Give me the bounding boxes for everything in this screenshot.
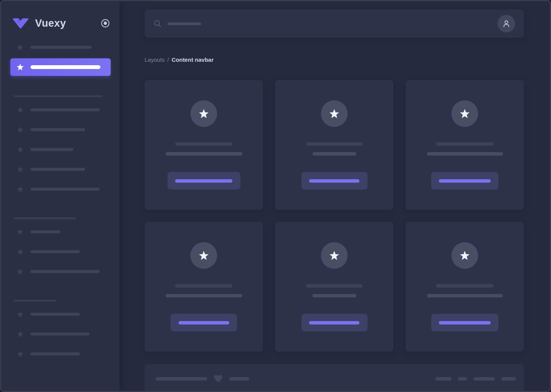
card-title-placeholder [306, 142, 362, 146]
star-icon [16, 330, 24, 338]
footer-links-group [435, 377, 516, 381]
star-icon [16, 350, 24, 358]
menu-label-placeholder [31, 108, 100, 111]
vuexy-v-logo-icon [12, 17, 29, 29]
sidebar-item-row [1, 57, 119, 77]
card-title-placeholder [175, 142, 232, 146]
page-title: Content navbar [172, 56, 214, 63]
star-icon [198, 250, 209, 261]
star-icon [16, 63, 24, 71]
menu-label-placeholder [31, 230, 60, 233]
card-avatar-circle [451, 100, 478, 127]
star-icon [16, 248, 24, 255]
menu-pin-radio-icon[interactable] [100, 18, 110, 28]
menu-label-placeholder [31, 188, 100, 191]
button-label-placeholder [179, 321, 229, 325]
search-placeholder-bar [168, 22, 201, 25]
menu-label-placeholder [31, 333, 89, 336]
card [275, 222, 393, 352]
star-icon [16, 126, 24, 133]
app-title: Vuexy [35, 18, 100, 29]
card-grid [145, 80, 524, 352]
menu-label-placeholder [31, 270, 100, 273]
footer-left-group [156, 374, 249, 383]
footer-text-placeholder [156, 377, 207, 381]
button-label-placeholder [309, 179, 359, 183]
search-input[interactable] [153, 19, 498, 28]
star-icon [16, 268, 24, 275]
heart-icon [213, 374, 223, 383]
card-avatar-circle [321, 100, 348, 127]
user-avatar-button[interactable] [498, 15, 515, 32]
person-icon [502, 19, 511, 28]
sidebar-item[interactable] [1, 242, 119, 262]
star-icon [16, 165, 24, 173]
button-label-placeholder [439, 321, 491, 325]
star-icon [16, 146, 24, 153]
app-window: Vuexy [0, 0, 551, 392]
menu-label-placeholder [31, 352, 80, 355]
sidebar-item[interactable] [1, 324, 119, 344]
footer-link-placeholder [501, 377, 516, 381]
menu-label-placeholder [31, 148, 73, 151]
breadcrumb-parent[interactable]: Layouts [145, 56, 165, 63]
menu-label-placeholder [31, 168, 85, 171]
card-button[interactable] [168, 172, 240, 190]
logo-row: Vuexy [1, 13, 119, 34]
sidebar-item[interactable] [1, 120, 119, 140]
button-label-placeholder [439, 179, 491, 183]
menu-label-placeholder [31, 313, 80, 316]
sidebar-item[interactable] [1, 344, 119, 364]
footer-link-placeholder [458, 377, 467, 381]
sidebar-item[interactable] [1, 262, 119, 281]
card [145, 80, 263, 210]
star-icon [16, 106, 24, 114]
sidebar-menu [1, 37, 119, 364]
card-text-placeholder [313, 152, 356, 156]
card-button[interactable] [431, 172, 498, 190]
star-icon [459, 108, 470, 119]
sidebar: Vuexy [1, 1, 119, 391]
footer-card [145, 364, 524, 392]
card-avatar-circle [451, 242, 478, 269]
card [145, 222, 263, 352]
card-avatar-circle [321, 242, 348, 269]
card-title-placeholder [175, 284, 232, 288]
sidebar-item[interactable] [1, 100, 119, 120]
button-label-placeholder [175, 179, 232, 183]
menu-label-placeholder [31, 128, 85, 131]
sidebar-item[interactable] [1, 304, 119, 324]
star-icon [329, 250, 340, 261]
star-icon [16, 228, 24, 236]
star-icon [16, 43, 24, 51]
card-avatar-circle [190, 242, 217, 269]
button-label-placeholder [309, 321, 359, 325]
card [406, 222, 524, 352]
card-button[interactable] [301, 172, 367, 190]
sidebar-item[interactable] [1, 37, 119, 57]
card-text-placeholder [313, 294, 356, 297]
menu-label-placeholder [31, 250, 80, 253]
top-navbar [145, 10, 524, 38]
card-button[interactable] [301, 314, 367, 331]
card-title-placeholder [436, 284, 493, 288]
footer-row [156, 375, 516, 382]
sidebar-item[interactable] [1, 222, 119, 242]
sidebar-item[interactable] [1, 179, 119, 199]
card-button[interactable] [171, 314, 237, 331]
menu-section-placeholder [14, 217, 76, 219]
sidebar-item-active[interactable] [10, 58, 111, 76]
star-icon [16, 310, 24, 318]
footer-link-placeholder [474, 377, 495, 381]
card-title-placeholder [436, 142, 493, 146]
star-icon [459, 250, 470, 261]
menu-label-placeholder [31, 46, 92, 49]
search-icon [153, 19, 162, 28]
star-icon [329, 108, 340, 119]
sidebar-item[interactable] [1, 140, 119, 159]
card-avatar-circle [190, 100, 217, 127]
card-button[interactable] [431, 314, 498, 331]
sidebar-item[interactable] [1, 159, 119, 179]
card [406, 80, 524, 210]
card [275, 80, 393, 210]
